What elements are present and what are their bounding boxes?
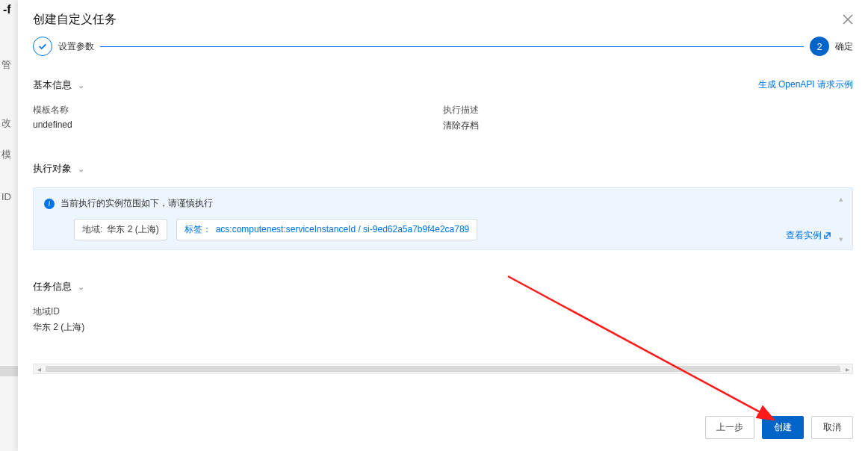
modal-header: 创建自定义任务	[18, 0, 868, 37]
tag-chip: 标签： acs:computenest:serviceInstanceId / …	[176, 219, 478, 240]
section-basic-title: 基本信息	[33, 78, 72, 92]
create-task-modal: 创建自定义任务 设置参数 2 确定 生成 OpenAPI 请求示例 基本信息 ⌄…	[18, 0, 868, 451]
section-target-title: 执行对象	[33, 162, 72, 175]
check-icon	[37, 41, 48, 52]
target-info-box: i 当前执行的实例范围如下，请谨慎执行 地域: 华东 2 (上海) 标签： ac…	[33, 187, 853, 250]
section-task-header[interactable]: 任务信息 ⌄	[33, 276, 853, 298]
region-id-label: 地域ID	[33, 305, 853, 318]
step-connector	[100, 46, 804, 47]
chevron-down-icon: ⌄	[78, 282, 84, 292]
field-exec-desc: 执行描述 清除存档	[443, 104, 853, 132]
field-template-name: 模板名称 undefined	[33, 104, 443, 132]
modal-title: 创建自定义任务	[33, 12, 117, 28]
create-button[interactable]: 创建	[762, 416, 804, 439]
info-icon: i	[44, 199, 55, 209]
wizard-steps: 设置参数 2 确定	[18, 37, 868, 63]
section-basic-info: 生成 OpenAPI 请求示例 基本信息 ⌄ 模板名称 undefined 执行…	[33, 74, 853, 132]
exec-desc-label: 执行描述	[443, 104, 853, 116]
section-exec-target: 执行对象 ⌄ i 当前执行的实例范围如下，请谨慎执行 地域: 华东 2 (上海)…	[33, 158, 853, 250]
modal-footer: 上一步 创建 取消	[18, 407, 868, 451]
target-notice-text: 当前执行的实例范围如下，请谨慎执行	[61, 197, 213, 210]
infobox-scroll-up[interactable]: ▴	[836, 194, 846, 203]
region-id-value: 华东 2 (上海)	[33, 321, 853, 334]
bg-text: 管	[1, 58, 11, 72]
modal-body: 生成 OpenAPI 请求示例 基本信息 ⌄ 模板名称 undefined 执行…	[18, 63, 868, 407]
step-2-label: 确定	[835, 40, 853, 53]
section-task-title: 任务信息	[33, 280, 72, 293]
infobox-scroll-down[interactable]: ▾	[836, 234, 846, 243]
bg-text: 模	[1, 148, 11, 161]
section-basic-header[interactable]: 基本信息 ⌄	[33, 74, 758, 96]
region-chip-key: 地域:	[82, 223, 102, 236]
target-chips: 地域: 华东 2 (上海) 标签： acs:computenest:servic…	[74, 219, 842, 240]
hscroll-left-icon[interactable]: ◂	[34, 365, 44, 373]
tag-chip-value: acs:computenest:serviceInstanceId / si-9…	[216, 224, 470, 234]
view-instances-text: 查看实例	[786, 229, 822, 242]
cancel-button[interactable]: 取消	[811, 416, 853, 439]
region-chip-value: 华东 2 (上海)	[107, 223, 158, 236]
template-name-value: undefined	[33, 119, 443, 130]
bg-text: -f	[3, 3, 11, 16]
step-1-done-icon	[33, 37, 52, 56]
hscroll-right-icon[interactable]: ▸	[842, 365, 852, 373]
chevron-down-icon: ⌄	[78, 164, 84, 174]
hscroll-thumb[interactable]	[46, 366, 840, 372]
step-1-label: 设置参数	[58, 40, 94, 53]
horizontal-scrollbar[interactable]: ◂ ▸	[33, 364, 853, 374]
bg-text: 改	[1, 116, 11, 130]
template-name-label: 模板名称	[33, 104, 443, 116]
bg-scroll-fragment	[0, 366, 18, 376]
target-notice-line: i 当前执行的实例范围如下，请谨慎执行	[44, 197, 842, 210]
bg-text: ID	[1, 191, 11, 202]
x-icon	[843, 14, 853, 25]
chevron-down-icon: ⌄	[78, 81, 84, 90]
tag-chip-key: 标签：	[185, 223, 211, 236]
step-2-indicator: 2	[810, 37, 829, 56]
openapi-example-link[interactable]: 生成 OpenAPI 请求示例	[758, 78, 853, 91]
region-chip: 地域: 华东 2 (上海)	[74, 219, 167, 240]
exec-desc-value: 清除存档	[443, 119, 853, 132]
view-instances-link[interactable]: 查看实例	[786, 229, 831, 242]
section-task-info: 任务信息 ⌄ 地域ID 华东 2 (上海)	[33, 276, 853, 334]
section-target-header[interactable]: 执行对象 ⌄	[33, 158, 853, 180]
prev-step-button[interactable]: 上一步	[705, 416, 754, 439]
external-link-icon	[823, 231, 831, 240]
close-icon[interactable]	[843, 13, 853, 27]
